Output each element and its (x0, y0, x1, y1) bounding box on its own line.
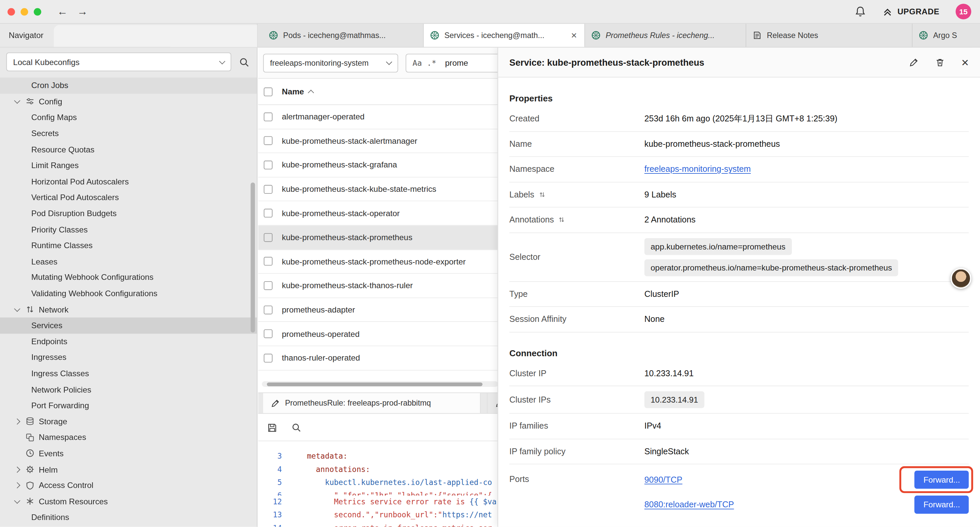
sidebar-item-port-forwarding[interactable]: Port Forwarding (0, 397, 257, 413)
sidebar-scrollbar[interactable] (250, 182, 255, 333)
sidebar-item-config-maps[interactable]: Config Maps (0, 110, 257, 126)
sidebar-item-ingresses[interactable]: Ingresses (0, 350, 257, 366)
tab-services[interactable]: Services - icecheng@math...× (424, 24, 585, 47)
row-checkbox[interactable] (264, 281, 272, 290)
detail-label: Session Affinity (509, 315, 644, 324)
sidebar-item-validating-webhook-configurations[interactable]: Validating Webhook Configurations (0, 285, 257, 301)
sidebar-item-cron-jobs[interactable]: Cron Jobs (0, 77, 257, 93)
sidebar-item-helm[interactable]: Helm (0, 461, 257, 477)
sidebar-item-vertical-pod-autoscalers[interactable]: Vertical Pod Autoscalers (0, 189, 257, 205)
row-checkbox[interactable] (264, 257, 272, 266)
sidebar-item-storage[interactable]: Storage (0, 413, 257, 429)
detail-row-ip-family-policy: IP family policySingleStack (509, 439, 969, 464)
row-checkbox[interactable] (264, 161, 272, 169)
detail-value: 2 Annotations (644, 215, 695, 224)
chevron-right-icon[interactable] (15, 419, 25, 424)
sidebar-item-events[interactable]: Events (0, 445, 257, 461)
user-avatar[interactable] (951, 268, 971, 289)
scrollbar-thumb[interactable] (267, 382, 482, 386)
close-window-button[interactable] (7, 8, 15, 15)
code-text: annotations: (287, 463, 370, 476)
close-tab-icon[interactable]: × (570, 30, 578, 40)
sidebar-item-pod-disruption-budgets[interactable]: Pod Disruption Budgets (0, 205, 257, 221)
tab-prometheus-rules[interactable]: Prometheus Rules - icecheng... (585, 24, 746, 47)
row-checkbox[interactable] (264, 137, 272, 145)
upgrade-button[interactable]: UPGRADE (882, 7, 939, 17)
service-name: kube-prometheus-stack-alertmanager (282, 136, 417, 145)
chevron-down-icon (219, 58, 226, 64)
sidebar-item-endpoints[interactable]: Endpoints (0, 334, 257, 350)
sidebar-toolbar: Local Kubeconfigs (0, 47, 257, 76)
sidebar-item-access-control[interactable]: Access Control (0, 477, 257, 493)
row-checkbox[interactable] (264, 112, 272, 121)
bell-icon[interactable] (854, 6, 866, 18)
save-icon[interactable] (267, 422, 277, 433)
select-all-checkbox[interactable] (264, 87, 272, 96)
chevron-right-icon[interactable] (15, 467, 25, 471)
sidebar-item-horizontal-pod-autoscalers[interactable]: Horizontal Pod Autoscalers (0, 174, 257, 189)
minimize-window-button[interactable] (21, 8, 28, 15)
delete-icon[interactable] (935, 57, 945, 67)
chevron-right-icon[interactable] (15, 483, 25, 488)
sidebar-item-label: Events (39, 449, 64, 458)
search-input[interactable]: prome (445, 58, 468, 67)
sidebar-item-runtime-classes[interactable]: Runtime Classes (0, 237, 257, 253)
zoom-window-button[interactable] (34, 8, 41, 15)
kubernetes-icon (269, 31, 278, 40)
row-checkbox[interactable] (264, 305, 272, 314)
tab-pods[interactable]: Pods - icecheng@mathmas... (262, 24, 424, 47)
row-checkbox[interactable] (264, 209, 272, 218)
forward-button[interactable]: Forward... (915, 470, 969, 488)
forward-button[interactable]: → (74, 5, 91, 18)
detail-value: 10.233.14.91 (644, 369, 694, 378)
column-header-name[interactable]: Name (282, 87, 304, 96)
sidebar-item-ingress-classes[interactable]: Ingress Classes (0, 366, 257, 382)
sidebar-item-network[interactable]: Network (0, 301, 257, 318)
sidebar-item-secrets[interactable]: Secrets (0, 126, 257, 142)
port-link[interactable]: 8080:reloader-web/TCP (644, 500, 734, 509)
regex-toggle[interactable]: .* (427, 58, 436, 67)
window-controls (0, 8, 51, 15)
sidebar-item-resource-quotas[interactable]: Resource Quotas (0, 142, 257, 158)
port-link[interactable]: 9090/TCP (644, 474, 682, 484)
detail-label-text: Cluster IP (509, 369, 546, 378)
back-button[interactable]: ← (54, 5, 71, 18)
sidebar-item-custom-resources[interactable]: Custom Resources (0, 493, 257, 509)
sidebar-item-leases[interactable]: Leases (0, 253, 257, 269)
sidebar-item-mutating-webhook-configurations[interactable]: Mutating Webhook Configurations (0, 269, 257, 285)
sidebar-search-icon[interactable] (239, 57, 250, 67)
detail-row-namespace: Namespacefreeleaps-monitoring-system (509, 157, 969, 182)
row-checkbox[interactable] (264, 353, 272, 362)
table-horizontal-scrollbar[interactable] (262, 381, 498, 387)
titlebar-actions: UPGRADE 15 (854, 4, 980, 19)
tab-label: Pods - icecheng@mathmas... (283, 31, 417, 40)
close-icon[interactable]: × (961, 56, 969, 68)
sidebar-item-namespaces[interactable]: Namespaces (0, 429, 257, 445)
sidebar-item-services[interactable]: Services (0, 318, 257, 334)
sidebar-item-definitions[interactable]: Definitions (0, 509, 257, 525)
tab-argo[interactable]: Argo S (913, 24, 980, 47)
chevron-down-icon[interactable] (15, 307, 25, 312)
editor-search-icon[interactable] (291, 423, 301, 433)
namespace-selector[interactable]: freeleaps-monitoring-system (263, 53, 398, 72)
row-checkbox[interactable] (264, 330, 272, 338)
row-checkbox[interactable] (264, 185, 272, 193)
detail-label-text: Selector (509, 252, 540, 261)
namespace-link[interactable]: freeleaps-monitoring-system (644, 164, 751, 174)
notification-count-badge[interactable]: 15 (956, 4, 971, 19)
sidebar-item-priority-classes[interactable]: Priority Classes (0, 221, 257, 237)
row-checkbox[interactable] (264, 233, 272, 242)
tab-release-notes[interactable]: Release Notes (746, 24, 912, 47)
sidebar-item-network-policies[interactable]: Network Policies (0, 381, 257, 397)
edit-icon[interactable] (909, 57, 919, 67)
sidebar-item-config[interactable]: Config (0, 93, 257, 110)
forward-button[interactable]: Forward... (915, 495, 969, 513)
dock-tab-prometheusrule[interactable]: PrometheusRule: freeleaps-prod-rabbitmq (263, 393, 480, 413)
line-number: 5 (258, 476, 287, 489)
match-case-toggle[interactable]: Aa (413, 58, 422, 67)
sidebar-item-limit-ranges[interactable]: Limit Ranges (0, 158, 257, 174)
navigator-tree: Cron JobsConfigConfig MapsSecretsResourc… (0, 77, 257, 525)
chevron-down-icon[interactable] (15, 499, 25, 504)
kubeconfig-selector[interactable]: Local Kubeconfigs (6, 53, 231, 71)
chevron-down-icon[interactable] (15, 99, 25, 104)
